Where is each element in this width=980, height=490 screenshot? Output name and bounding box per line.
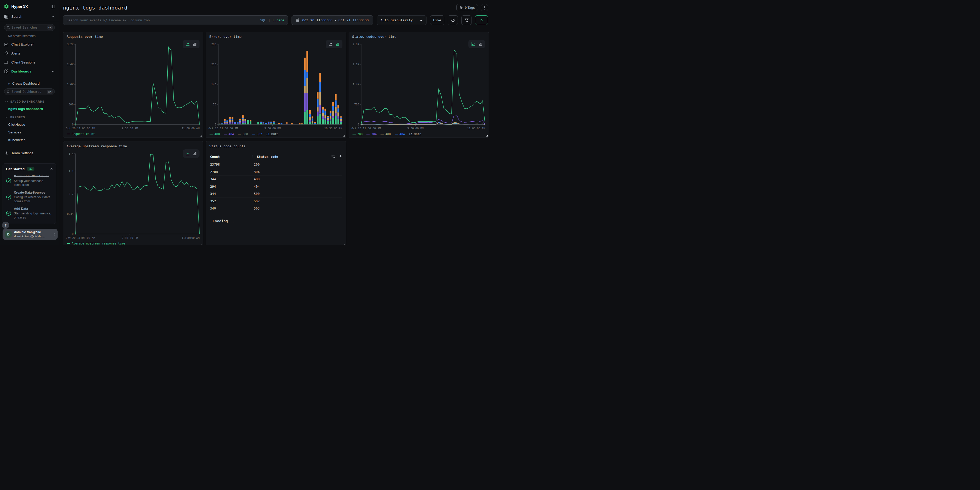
legend-label: 304 bbox=[371, 132, 377, 136]
chart-type-toggle bbox=[183, 150, 199, 158]
chevron-up-icon bbox=[52, 70, 55, 73]
line-chart-icon[interactable] bbox=[186, 151, 190, 156]
sidebar-item-dashboards[interactable]: Dashboards bbox=[0, 67, 59, 76]
svg-text:Oct 20 11:00:00 AM: Oct 20 11:00:00 AM bbox=[352, 127, 381, 130]
bar-chart-icon[interactable] bbox=[336, 42, 340, 46]
divider bbox=[0, 78, 59, 78]
svg-text:0: 0 bbox=[357, 123, 359, 126]
download-icon[interactable] bbox=[339, 155, 342, 159]
filter-button[interactable] bbox=[461, 16, 471, 25]
table-row: 352502 bbox=[210, 198, 342, 205]
sidebar-item-chart-explorer[interactable]: Chart Explorer bbox=[0, 40, 59, 49]
sidebar-item-team-settings[interactable]: Team Settings bbox=[0, 149, 59, 158]
dashboard-menu-button[interactable] bbox=[481, 4, 488, 11]
get-started-step-sources[interactable]: Create Data Sources Configure where your… bbox=[6, 191, 53, 204]
panel-title: Errors over time bbox=[209, 35, 346, 38]
panel-status-code-counts: Status code counts Count ⋮ Status code 2 bbox=[206, 141, 346, 245]
date-range-picker[interactable]: Oct 20 11:00:00 - Oct 21 11:00:00 bbox=[291, 16, 373, 25]
sidebar-item-label: Dashboards bbox=[11, 69, 49, 73]
chart-legend: Request count bbox=[67, 132, 203, 136]
sidebar-item-kubernetes[interactable]: Kubernetes bbox=[8, 138, 59, 142]
legend-item: Request count bbox=[67, 132, 95, 136]
tags-label: 0 Tags bbox=[465, 6, 475, 10]
average-upstream-response-time-chart[interactable]: 00.350.71.11.4Oct 20 11:00:00 AM9:30:00 … bbox=[65, 150, 201, 241]
column-resize-grip[interactable]: ⋮ bbox=[251, 155, 254, 159]
chevron-down-icon bbox=[420, 19, 423, 21]
presets-section-header[interactable]: PRESETS bbox=[5, 116, 59, 119]
help-button[interactable]: ? bbox=[2, 222, 9, 229]
tags-button[interactable]: 0 Tags bbox=[456, 4, 478, 11]
sidebar-item-nginx-logs-dashboard[interactable]: nginx logs dashboard bbox=[8, 107, 59, 111]
svg-text:0: 0 bbox=[72, 232, 73, 235]
refresh-button[interactable] bbox=[448, 16, 458, 25]
chart-legend: 400404500502+1 more bbox=[210, 132, 346, 136]
requests-over-time-chart[interactable]: 08001.6K2.4K3.2KOct 20 11:00:00 AM9:30:0… bbox=[65, 41, 201, 131]
chart-type-toggle bbox=[326, 40, 342, 48]
get-started-progress-badge: 3/3 bbox=[27, 167, 35, 171]
get-started-header[interactable]: Get Started 3/3 bbox=[6, 167, 53, 171]
brand-name: HyperDX bbox=[11, 4, 48, 9]
lucene-toggle[interactable]: Lucene bbox=[273, 18, 284, 22]
sidebar-item-services[interactable]: Services bbox=[8, 130, 59, 134]
sidebar-item-alerts[interactable]: Alerts bbox=[0, 49, 59, 58]
plus-icon: + bbox=[8, 81, 10, 86]
user-menu[interactable]: D dominic.tran@clic... dominic.tran@clic… bbox=[3, 229, 57, 240]
cell-count: 340 bbox=[210, 207, 254, 210]
saved-dashboards-section-header[interactable]: SAVED DASHBOARDS bbox=[5, 100, 59, 103]
sidebar-item-clickhouse[interactable]: ClickHouse bbox=[8, 123, 59, 126]
get-started-title: Get Started bbox=[6, 167, 25, 171]
saved-dashboards-search[interactable]: ⌘K bbox=[4, 88, 55, 95]
step-desc: Configure where your data comes from bbox=[14, 196, 53, 204]
chart-host: 00.350.71.11.4Oct 20 11:00:00 AM9:30:00 … bbox=[65, 150, 201, 241]
step-desc: Set up your database connection bbox=[14, 179, 53, 187]
svg-text:210: 210 bbox=[211, 63, 216, 66]
legend-more-link[interactable]: +1 more bbox=[266, 132, 278, 136]
run-query-button[interactable] bbox=[475, 16, 488, 25]
bar-chart-icon[interactable] bbox=[479, 42, 482, 46]
panel-resize-handle[interactable] bbox=[200, 245, 202, 245]
legend-more-link[interactable]: +3 more bbox=[409, 132, 421, 136]
sidebar-item-label: Team Settings bbox=[11, 151, 55, 155]
app-root: HyperDX Search ⌘K No saved searches bbox=[0, 0, 490, 245]
svg-text:9:30:00 PM: 9:30:00 PM bbox=[122, 127, 138, 130]
sql-toggle[interactable]: SQL bbox=[260, 18, 266, 22]
sidebar-item-search[interactable]: Search bbox=[0, 12, 59, 21]
get-started-step-add-data[interactable]: Add Data Start sending logs, metrics, or… bbox=[6, 207, 53, 220]
bar-chart-icon[interactable] bbox=[193, 42, 197, 46]
svg-text:0.7: 0.7 bbox=[68, 192, 73, 196]
status-codes-over-time-chart[interactable]: 07001.4K2.1K2.8KOct 20 11:00:00 AM9:30:0… bbox=[351, 41, 487, 131]
legend-item: 304 bbox=[366, 132, 377, 136]
get-started-step-connect[interactable]: Connect to ClickHouse Set up your databa… bbox=[6, 174, 53, 187]
live-button[interactable]: Live bbox=[430, 16, 444, 25]
event-search-input[interactable] bbox=[67, 18, 258, 22]
table-row: 294404 bbox=[210, 183, 342, 191]
no-saved-searches-note: No saved searches bbox=[8, 34, 59, 38]
line-chart-icon[interactable] bbox=[471, 42, 476, 46]
create-dashboard-button[interactable]: + Create Dashboard bbox=[8, 81, 59, 86]
line-chart-icon[interactable] bbox=[186, 42, 190, 46]
saved-searches-search[interactable]: ⌘K bbox=[4, 24, 55, 31]
search-icon bbox=[7, 90, 10, 94]
legend-label: 400 bbox=[385, 132, 391, 136]
panel-resize-handle[interactable] bbox=[486, 135, 488, 137]
line-chart-icon[interactable] bbox=[329, 42, 333, 46]
svg-text:9:30:00 PM: 9:30:00 PM bbox=[122, 236, 138, 239]
panel-resize-handle[interactable] bbox=[200, 135, 202, 137]
search-icon bbox=[7, 26, 10, 29]
legend-label: 200 bbox=[357, 132, 363, 136]
saved-dashboards-input[interactable] bbox=[11, 90, 45, 94]
panel-resize-handle[interactable] bbox=[344, 135, 345, 137]
collapse-sidebar-icon[interactable] bbox=[51, 4, 55, 9]
panel-resize-handle[interactable] bbox=[344, 245, 345, 245]
errors-over-time-chart[interactable]: 070140210280Oct 20 11:00:00 AM9:30:00 PM… bbox=[208, 41, 344, 131]
wrap-columns-icon[interactable] bbox=[331, 155, 335, 159]
svg-text:800: 800 bbox=[68, 103, 73, 106]
tag-icon bbox=[460, 6, 463, 10]
panel-title: Requests over time bbox=[67, 35, 203, 38]
saved-searches-input[interactable] bbox=[11, 26, 45, 29]
bar-chart-icon[interactable] bbox=[193, 152, 197, 156]
granularity-select[interactable]: Auto Granularity bbox=[377, 16, 426, 25]
sidebar-item-client-sessions[interactable]: Client Sessions bbox=[0, 58, 59, 67]
dashboard-grid: Requests over time 08001.6K2.4K3.2KOct 2… bbox=[63, 32, 489, 245]
chart-type-toggle bbox=[183, 40, 199, 48]
